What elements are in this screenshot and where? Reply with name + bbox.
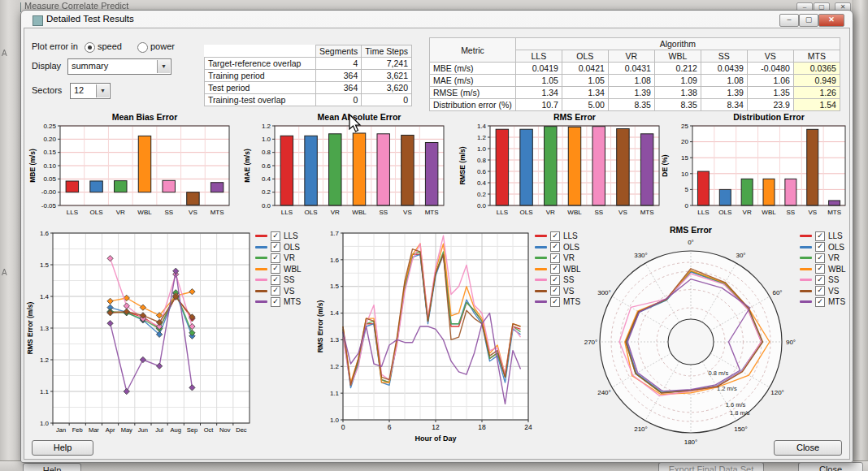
- legend-checkbox[interactable]: ✓: [815, 264, 825, 274]
- svg-text:15: 15: [681, 154, 688, 162]
- legend-line-swatch: [800, 268, 812, 270]
- svg-text:OLS: OLS: [90, 209, 103, 216]
- overlap-segments-value: 4: [316, 58, 362, 70]
- legend-checkbox[interactable]: ✓: [815, 242, 825, 252]
- chevron-down-icon[interactable]: ▼: [96, 84, 109, 97]
- legend-label: SS: [563, 275, 574, 284]
- legend-checkbox[interactable]: ✓: [550, 242, 560, 252]
- svg-text:1.6: 1.6: [40, 230, 50, 237]
- legend-checkbox[interactable]: ✓: [550, 264, 560, 274]
- legend-checkbox[interactable]: ✓: [271, 275, 280, 285]
- display-label: Display: [32, 61, 61, 71]
- legend-label: OLS: [828, 243, 844, 252]
- legend-checkbox[interactable]: ✓: [550, 286, 560, 296]
- parent-export-button[interactable]: Export Final Data Set: [658, 462, 764, 471]
- metric-header: Metric: [430, 38, 516, 63]
- legend-checkbox[interactable]: ✓: [271, 253, 280, 263]
- svg-text:0.20: 0.20: [43, 136, 56, 143]
- svg-text:Feb: Feb: [72, 426, 83, 434]
- legend-checkbox[interactable]: ✓: [815, 231, 825, 241]
- legend-item-mts[interactable]: ✓MTS: [800, 297, 846, 306]
- legend-checkbox[interactable]: ✓: [815, 286, 825, 296]
- legend-item-ols[interactable]: ✓OLS: [800, 243, 846, 252]
- metric-value: 1.26: [793, 87, 840, 99]
- svg-text:180°: 180°: [684, 439, 698, 446]
- metric-row-label: Distribution error (%): [430, 99, 516, 111]
- legend-line-swatch: [535, 246, 547, 248]
- svg-text:RMS Error (m/s): RMS Error (m/s): [26, 301, 34, 354]
- display-dropdown[interactable]: summary ▼: [67, 58, 171, 75]
- svg-text:0.15: 0.15: [43, 149, 56, 156]
- legend-item-mts[interactable]: ✓MTS: [535, 297, 581, 306]
- legend-checkbox[interactable]: ✓: [815, 297, 825, 307]
- legend-checkbox[interactable]: ✓: [550, 275, 560, 285]
- svg-text:DE (%): DE (%): [661, 154, 669, 177]
- svg-text:SS: SS: [164, 209, 173, 216]
- overlap-row: Training-test overlap00: [205, 94, 412, 106]
- svg-text:VR: VR: [546, 209, 555, 216]
- legend-item-ols[interactable]: ✓OLS: [255, 243, 302, 252]
- legend-item-vs[interactable]: ✓VS: [800, 287, 846, 296]
- legend-label: SS: [828, 275, 839, 284]
- legend-checkbox[interactable]: ✓: [815, 253, 825, 263]
- svg-text:1.2 m/s: 1.2 m/s: [717, 385, 737, 392]
- legend-item-vr[interactable]: ✓VR: [535, 253, 581, 262]
- svg-text:SS: SS: [379, 209, 388, 216]
- svg-text:1.1: 1.1: [330, 390, 340, 397]
- parent-help-button[interactable]: Help: [23, 463, 81, 471]
- legend-checkbox[interactable]: ✓: [815, 275, 825, 285]
- legend-checkbox[interactable]: ✓: [271, 264, 280, 274]
- close-button[interactable]: Close: [774, 440, 842, 456]
- svg-text:90°: 90°: [786, 339, 796, 346]
- dialog-close-button[interactable]: ✕: [818, 14, 844, 27]
- legend-item-vs[interactable]: ✓VS: [255, 287, 302, 296]
- legend-item-lls[interactable]: ✓LLS: [535, 231, 581, 240]
- metric-value: -0.0480: [747, 63, 793, 75]
- legend-line-swatch: [255, 257, 267, 259]
- legend-item-ols[interactable]: ✓OLS: [535, 243, 581, 252]
- svg-text:150°: 150°: [734, 426, 748, 433]
- svg-text:1.3: 1.3: [330, 336, 340, 344]
- metric-value: 23.9: [747, 99, 793, 111]
- legend-item-wbl[interactable]: ✓WBL: [800, 265, 846, 274]
- legend-item-mts[interactable]: ✓MTS: [255, 297, 302, 306]
- svg-text:VR: VR: [331, 209, 340, 216]
- svg-text:MBE (m/s): MBE (m/s): [28, 149, 37, 183]
- svg-text:1.6 m/s: 1.6 m/s: [726, 401, 746, 408]
- legend-checkbox[interactable]: ✓: [550, 231, 560, 241]
- svg-text:0.2: 0.2: [477, 191, 487, 198]
- legend-item-lls[interactable]: ✓LLS: [255, 231, 302, 240]
- parent-close-bottom-button[interactable]: Close: [798, 462, 863, 471]
- dialog-minimize-button[interactable]: –: [779, 14, 799, 27]
- metric-value: 0.0421: [562, 63, 608, 75]
- metric-value: 8.34: [701, 99, 747, 111]
- chevron-down-icon[interactable]: ▼: [157, 60, 170, 73]
- svg-text:1.8 m/s: 1.8 m/s: [730, 409, 750, 417]
- legend-checkbox[interactable]: ✓: [271, 297, 280, 307]
- legend-item-wbl[interactable]: ✓WBL: [535, 265, 581, 274]
- legend-item-ss[interactable]: ✓SS: [800, 275, 846, 284]
- legend-item-vs[interactable]: ✓VS: [535, 287, 581, 296]
- overlap-timesteps-value: 0: [362, 94, 412, 106]
- legend-item-wbl[interactable]: ✓WBL: [255, 265, 302, 274]
- svg-text:WBL: WBL: [567, 209, 582, 216]
- legend-item-lls[interactable]: ✓LLS: [800, 231, 846, 240]
- legend-checkbox[interactable]: ✓: [271, 231, 280, 241]
- legend-checkbox[interactable]: ✓: [271, 286, 280, 296]
- overlap-row-label: Training-test overlap: [205, 94, 316, 106]
- legend-item-ss[interactable]: ✓SS: [255, 275, 302, 284]
- svg-text:Sep: Sep: [187, 426, 197, 434]
- legend-checkbox[interactable]: ✓: [271, 242, 280, 252]
- legend-line-swatch: [535, 268, 547, 270]
- sectors-dropdown[interactable]: 12 ▼: [70, 83, 111, 99]
- legend-item-ss[interactable]: ✓SS: [535, 275, 581, 284]
- metric-value: 1.05: [562, 75, 608, 87]
- svg-text:0°: 0°: [688, 239, 694, 246]
- dialog-maximize-button[interactable]: ▢: [799, 14, 818, 27]
- legend-item-vr[interactable]: ✓VR: [255, 253, 302, 262]
- help-button[interactable]: Help: [32, 440, 93, 456]
- legend-checkbox[interactable]: ✓: [550, 253, 560, 263]
- legend-polar: ✓LLS✓OLS✓VR✓WBL✓SS✓VS✓MTS: [800, 231, 846, 306]
- legend-checkbox[interactable]: ✓: [550, 297, 560, 307]
- legend-item-vr[interactable]: ✓VR: [800, 253, 846, 262]
